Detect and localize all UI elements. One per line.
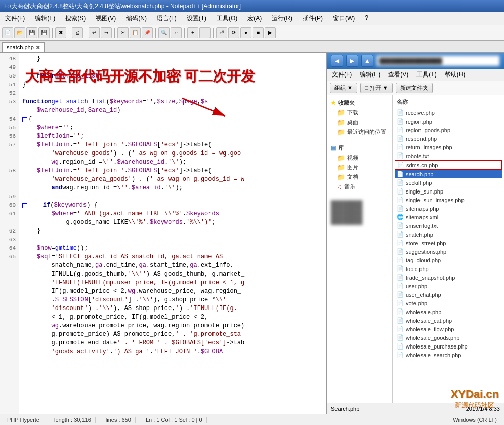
list-item[interactable]: 📄 receive.php — [395, 108, 502, 117]
fb-menu-edit[interactable]: 编辑(E) — [357, 69, 383, 80]
code-line: $leftJoin .= ' left join ' . $GLOBALS['e… — [22, 141, 323, 149]
list-item[interactable]: 📄 return_images.php — [395, 143, 502, 151]
macro-rec-button[interactable]: ● — [240, 27, 251, 38]
up-button[interactable]: ▲ — [361, 55, 373, 67]
list-item[interactable]: 📄 wholesale_search.php — [395, 351, 502, 359]
zoom-in-button[interactable]: + — [187, 27, 198, 38]
paste-button[interactable]: 📌 — [142, 27, 153, 38]
menu-encoding[interactable]: 编码(N) — [123, 13, 150, 24]
list-item[interactable]: 📄 sitemaps.php — [395, 204, 502, 213]
zoom-out-button[interactable]: - — [199, 27, 211, 38]
menu-help[interactable]: ? — [362, 13, 371, 24]
tab-snatch[interactable]: snatch.php ✖ — [2, 42, 45, 52]
sidebar-item-documents[interactable]: 📁 文档 — [329, 172, 390, 182]
close-button[interactable]: ✖ — [55, 27, 66, 38]
code-content[interactable]: } return $price_list; } function get_sna… — [19, 53, 326, 414]
wrap-button[interactable]: ⏎ — [216, 27, 227, 38]
sidebar-item-download[interactable]: 📁 下载 — [329, 108, 390, 118]
find-button[interactable]: 🔍 — [158, 27, 170, 38]
menu-language[interactable]: 语言(L) — [154, 13, 180, 24]
undo-button[interactable]: ↩ — [89, 27, 100, 38]
cut-button[interactable]: ✂ — [117, 27, 129, 38]
menu-edit[interactable]: 编辑(E) — [32, 13, 58, 24]
fb-menu-view[interactable]: 查看(V) — [385, 69, 411, 80]
list-item[interactable]: 📄 suggestions.php — [395, 247, 502, 256]
list-item-selected[interactable]: 📄 search.php — [395, 170, 502, 178]
list-item[interactable]: 📄 topic.php — [395, 264, 502, 273]
sync-button[interactable]: ⟳ — [228, 27, 239, 38]
sidebar-item-video[interactable]: 📁 视频 — [329, 153, 390, 163]
file-name: respond.php — [406, 136, 437, 142]
open-button[interactable]: □ 打开 ▼ — [360, 83, 393, 93]
sidebar-item-music[interactable]: ♫ 音乐 — [329, 182, 390, 191]
list-item[interactable]: 📄 wholesale_flow.php — [395, 325, 502, 333]
music-icon: ♫ — [337, 183, 342, 190]
forward-button[interactable]: ► — [346, 55, 358, 67]
open-button[interactable]: 📂 — [14, 27, 25, 38]
list-item[interactable]: 📄 store_street.php — [395, 239, 502, 247]
code-line: . $_SESSION['discount'] . '\\'), g.shop_… — [22, 296, 323, 304]
list-item[interactable]: 📄 wholesale_goods.php — [395, 333, 502, 342]
print-button[interactable]: 🖨 — [72, 27, 83, 38]
list-item[interactable]: 📄 single_sun.php — [395, 187, 502, 196]
list-item[interactable]: 📄 sdms.cn.php — [395, 160, 502, 170]
macro-stop-button[interactable]: ■ — [253, 27, 264, 38]
menu-search[interactable]: 搜索(S) — [62, 13, 89, 24]
list-item[interactable]: 📄 region_goods.php — [395, 126, 502, 134]
file-name: region_goods.php — [406, 127, 450, 133]
back-button[interactable]: ◄ — [331, 55, 343, 67]
menu-settings[interactable]: 设置(T) — [184, 13, 209, 24]
file-icon: 📄 — [397, 135, 404, 142]
menu-view[interactable]: 视图(V) — [93, 13, 119, 24]
fb-menu-help[interactable]: 帮助(H) — [442, 69, 469, 80]
list-item[interactable]: 📄 single_sun_images.php — [395, 196, 502, 204]
list-item[interactable]: 📄 wholesale.php — [395, 307, 502, 316]
new-button[interactable]: 📄 — [2, 27, 13, 38]
file-icon: 📄 — [397, 222, 404, 229]
list-item[interactable]: 📄 seckill.php — [395, 178, 502, 187]
save-button[interactable]: 💾 — [26, 27, 37, 38]
list-item[interactable]: 📄 robots.txt — [395, 151, 502, 160]
menu-file[interactable]: 文件(F) — [2, 13, 28, 24]
list-item[interactable]: 📄 smserrlog.txt — [395, 221, 502, 230]
menu-plugins[interactable]: 插件(P) — [300, 13, 326, 24]
sidebar-item-pictures[interactable]: 📁 图片 — [329, 163, 390, 172]
fb-action-bar: 组织 ▼ □ 打开 ▼ 新建文件夹 — [327, 81, 504, 95]
code-line: wg.region_id = \'' . $warehouse_id . '\'… — [22, 158, 323, 167]
menu-window[interactable]: 窗口(W) — [330, 13, 358, 24]
list-item[interactable]: 📄 tag_cloud.php — [395, 256, 502, 264]
fb-menu-file[interactable]: 文件(F) — [329, 69, 355, 80]
tab-close-icon[interactable]: ✖ — [36, 45, 40, 50]
fb-menu-tools[interactable]: 工具(T) — [413, 69, 439, 80]
save-all-button[interactable]: 💾 — [38, 27, 50, 38]
macro-play-button[interactable]: ▶ — [265, 27, 276, 38]
redo-button[interactable]: ↪ — [101, 27, 112, 38]
new-folder-button[interactable]: 新建文件夹 — [396, 83, 433, 93]
fb-file-list[interactable]: 名称 📄 receive.php 📄 region.php 📄 region_g… — [393, 95, 504, 403]
menu-tools[interactable]: 工具(O) — [214, 13, 240, 24]
sidebar-item-recent[interactable]: 📁 最近访问的位置 — [329, 127, 390, 137]
list-item[interactable]: 📄 region.php — [395, 117, 502, 126]
sidebar-item-desktop[interactable]: 📁 桌面 — [329, 118, 390, 127]
list-item[interactable]: 📄 wholesale_cat.php — [395, 316, 502, 325]
title-bar: F:\大商创\大商创2.4.8整站\大商创2.4.8整站\web\snatch.… — [0, 0, 504, 12]
code-line: snatch_name, ga.end_time, ga.start_time,… — [22, 261, 323, 270]
list-item[interactable]: 🌐 sitemaps.xml — [395, 213, 502, 221]
sidebar-item-label: 最近访问的位置 — [347, 128, 386, 136]
copy-button[interactable]: 📋 — [130, 27, 141, 38]
list-item[interactable]: 📄 vote.php — [395, 299, 502, 307]
list-item[interactable]: 📄 user.php — [395, 282, 502, 290]
code-line: 'warehouse_area_goods') . (' as wag on g… — [22, 175, 323, 184]
code-line — [22, 192, 323, 201]
list-item[interactable]: 📄 snatch.php — [395, 230, 502, 239]
organize-button[interactable]: 组织 ▼ — [330, 83, 357, 93]
list-item[interactable]: 📄 trade_snapshot.php — [395, 273, 502, 282]
menu-run[interactable]: 运行(R) — [269, 13, 296, 24]
separator — [329, 141, 390, 141]
menu-macro[interactable]: 宏(A) — [244, 13, 265, 24]
list-item[interactable]: 📄 respond.php — [395, 134, 502, 143]
replace-button[interactable]: ↔ — [171, 27, 182, 38]
list-item[interactable]: 📄 wholesale_purchase.php — [395, 342, 502, 351]
address-bar[interactable]: ████████████████ — [376, 55, 500, 66]
list-item[interactable]: 📄 user_chat.php — [395, 290, 502, 299]
